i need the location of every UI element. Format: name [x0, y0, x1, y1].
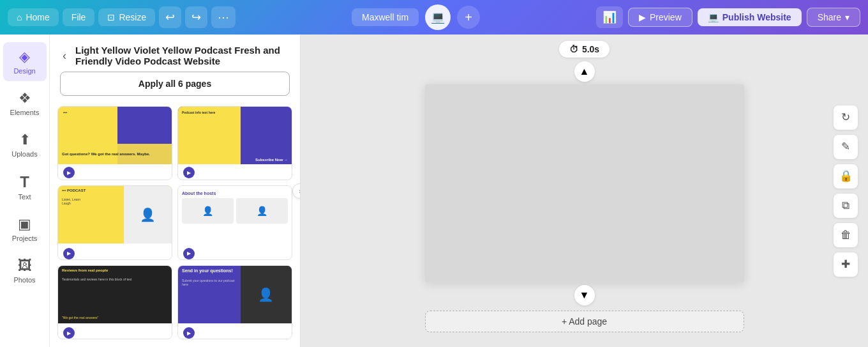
device-icon[interactable]: 💻 [425, 4, 451, 30]
sidebar-item-text[interactable]: T Text [3, 167, 47, 207]
canvas-page [425, 84, 744, 282]
text-icon: T [20, 173, 29, 191]
home-icon: ⌂ [17, 12, 22, 22]
add-button[interactable]: + [457, 6, 480, 29]
timer-value: 5.0s [582, 44, 599, 54]
sidebar-label-photos: Photos [13, 276, 35, 284]
document-title[interactable]: Maxwell tim [352, 8, 419, 26]
topbar-center: Maxwell tim 💻 + [352, 4, 480, 30]
panel-title: Light Yellow Violet Yellow Podcast Fresh… [75, 45, 290, 66]
add-tool-button[interactable]: ✚ [834, 252, 858, 277]
topbar: ⌂ Home File ⊡ Resize ↩ ↪ ⋯ Maxwell tim 💻… [0, 0, 868, 35]
undo-button[interactable]: ↩ [159, 6, 181, 28]
preview-button[interactable]: ▶ Preview [628, 8, 692, 27]
add-page-bar: + Add page [301, 311, 868, 332]
projects-icon: ▣ [18, 216, 31, 233]
topbar-left: ⌂ Home File ⊡ Resize ↩ ↪ ⋯ [8, 6, 236, 28]
file-button[interactable]: File [63, 8, 95, 26]
share-label: Share [818, 12, 841, 22]
panel-header: ‹ Light Yellow Violet Yellow Podcast Fre… [50, 35, 300, 72]
home-label: Home [26, 12, 49, 22]
template-thumb-1[interactable]: Got questions? We got the real answers. … [57, 106, 172, 180]
template-thumb-4[interactable]: About the hosts 👤 👤 ▶ [177, 185, 292, 259]
resize-icon: ⊡ [107, 12, 115, 22]
templates-grid: Got questions? We got the real answers. … [50, 104, 300, 347]
add-page-button[interactable]: + Add page [425, 311, 744, 332]
sidebar-label-projects: Projects [12, 235, 38, 242]
publish-label: Publish Website [722, 12, 791, 22]
edit-tool-button[interactable]: ✎ [834, 135, 858, 159]
preview-label: Preview [650, 12, 682, 22]
canvas-topbar: ⏱ 5.0s [301, 35, 868, 61]
resize-button[interactable]: ⊡ Resize [98, 8, 155, 26]
template-panel: ‹ Light Yellow Violet Yellow Podcast Fre… [50, 35, 301, 347]
right-tools: ↻ ✎ 🔒 ⧉ 🗑 ✚ [834, 105, 858, 277]
timer-badge: ⏱ 5.0s [559, 41, 610, 58]
main-area: ◈ Design ❖ Elements ⬆ Uploads T Text ▣ P… [0, 35, 868, 347]
template-thumb-5[interactable]: Reviews from real people Testimonials an… [57, 265, 172, 339]
panel-back-button[interactable]: ‹ [60, 47, 69, 65]
sidebar-item-photos[interactable]: 🖼 Photos [3, 251, 47, 290]
sidebar-label-text: Text [18, 193, 31, 201]
template-thumb-2[interactable]: Podcast info text here Subscribe Now → ▶ [177, 106, 292, 180]
elements-icon: ❖ [19, 90, 31, 107]
photos-icon: 🖼 [18, 258, 32, 274]
nav-up-button[interactable]: ▲ [574, 61, 595, 82]
timer-icon: ⏱ [569, 44, 578, 54]
sidebar-item-design[interactable]: ◈ Design [3, 42, 47, 81]
resize-label: Resize [119, 12, 146, 22]
file-label: File [71, 12, 86, 22]
analytics-button[interactable]: 📊 [596, 6, 623, 28]
refresh-tool-button[interactable]: ↻ [834, 105, 858, 130]
sidebar-item-elements[interactable]: ❖ Elements [3, 84, 47, 123]
template-thumb-3[interactable]: ••• PODCAST Listen, LearnLaugh 👤 ▶ [57, 185, 172, 259]
nav-down-button[interactable]: ▼ [574, 285, 595, 305]
sidebar-label-uploads: Uploads [11, 150, 37, 158]
delete-tool-button[interactable]: 🗑 [834, 223, 858, 247]
copy-tool-button[interactable]: ⧉ [834, 194, 858, 218]
publish-button[interactable]: 💻 Publish Website [698, 8, 802, 26]
apply-all-button[interactable]: Apply all 6 pages [60, 72, 290, 96]
share-button[interactable]: Share ▾ [807, 8, 860, 27]
chevron-down-icon: ▾ [845, 12, 849, 22]
redo-button[interactable]: ↪ [185, 6, 207, 28]
topbar-right: 📊 ▶ Preview 💻 Publish Website Share ▾ [596, 6, 860, 28]
more-button[interactable]: ⋯ [211, 6, 236, 28]
sidebar-label-design: Design [13, 67, 35, 75]
preview-icon: ▶ [639, 12, 646, 22]
design-icon: ◈ [19, 49, 30, 65]
canvas-area: ⏱ 5.0s ▲ ▼ + Add page ↻ ✎ 🔒 ⧉ 🗑 ✚ [301, 35, 868, 347]
sidebar-item-uploads[interactable]: ⬆ Uploads [3, 125, 47, 164]
laptop-icon: 💻 [708, 12, 719, 22]
template-thumb-6[interactable]: Send in your questions! Submit your ques… [177, 265, 292, 339]
uploads-icon: ⬆ [19, 132, 31, 148]
home-button[interactable]: ⌂ Home [8, 8, 59, 26]
lock-tool-button[interactable]: 🔒 [834, 164, 858, 189]
sidebar-item-projects[interactable]: ▣ Projects [3, 210, 47, 249]
sidebar: ◈ Design ❖ Elements ⬆ Uploads T Text ▣ P… [0, 35, 50, 347]
sidebar-label-elements: Elements [10, 109, 40, 116]
